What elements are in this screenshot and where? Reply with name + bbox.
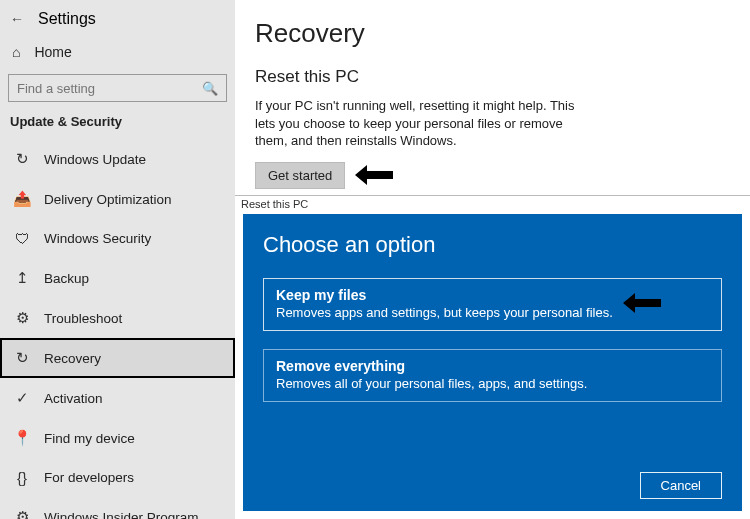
sidebar-nav: ↻ Windows Update 📤 Delivery Optimization… [0,139,235,519]
cancel-button[interactable]: Cancel [640,472,722,499]
main-pane: Recovery Reset this PC If your PC isn't … [235,0,750,519]
backup-icon: ↥ [14,269,30,287]
nav-label: Backup [44,271,89,286]
home-icon: ⌂ [12,44,20,60]
dialog-actions: Cancel [640,472,722,499]
nav-delivery-optimization[interactable]: 📤 Delivery Optimization [0,179,235,219]
home-label: Home [34,44,71,60]
troubleshoot-icon: ⚙ [14,309,30,327]
settings-sidebar: ← Settings ⌂ Home 🔍 Update & Security ↻ … [0,0,235,519]
back-icon[interactable]: ← [10,11,24,27]
delivery-icon: 📤 [14,190,30,208]
nav-label: Delivery Optimization [44,192,172,207]
insider-icon: ⚙ [14,508,30,519]
category-title: Update & Security [0,114,235,139]
nav-label: Find my device [44,431,135,446]
nav-troubleshoot[interactable]: ⚙ Troubleshoot [0,298,235,338]
settings-label: Settings [38,10,96,28]
nav-label: Recovery [44,351,101,366]
sidebar-home[interactable]: ⌂ Home [0,38,235,70]
search-icon: 🔍 [202,81,218,96]
nav-windows-insider[interactable]: ⚙ Windows Insider Program [0,497,235,519]
developer-icon: {} [14,469,30,486]
option-keep-my-files[interactable]: Keep my files Removes apps and settings,… [263,278,722,331]
shield-icon: 🛡 [14,230,30,247]
nav-label: Windows Security [44,231,151,246]
nav-label: Windows Update [44,152,146,167]
nav-label: For developers [44,470,134,485]
recovery-icon: ↻ [14,349,30,367]
nav-recovery[interactable]: ↻ Recovery [0,338,235,378]
option-title: Remove everything [276,358,709,374]
annotation-arrow-icon [355,165,393,185]
nav-find-my-device[interactable]: 📍 Find my device [0,418,235,458]
reset-pc-heading: Reset this PC [255,67,750,87]
option-desc: Removes all of your personal files, apps… [276,376,709,391]
search-box[interactable]: 🔍 [8,74,227,102]
option-remove-everything[interactable]: Remove everything Removes all of your pe… [263,349,722,402]
location-icon: 📍 [14,429,30,447]
activation-icon: ✓ [14,389,30,407]
dialog-heading: Choose an option [263,232,722,258]
search-input[interactable] [17,81,202,96]
nav-windows-security[interactable]: 🛡 Windows Security [0,219,235,258]
reset-pc-dialog: Reset this PC Choose an option Keep my f… [235,195,750,519]
dialog-titlebar: Reset this PC [235,196,750,212]
nav-for-developers[interactable]: {} For developers [0,458,235,497]
nav-activation[interactable]: ✓ Activation [0,378,235,418]
sync-icon: ↻ [14,150,30,168]
nav-backup[interactable]: ↥ Backup [0,258,235,298]
nav-label: Windows Insider Program [44,510,199,520]
nav-windows-update[interactable]: ↻ Windows Update [0,139,235,179]
annotation-arrow-icon [623,293,661,317]
nav-label: Troubleshoot [44,311,122,326]
reset-pc-description: If your PC isn't running well, resetting… [255,97,595,150]
get-started-button[interactable]: Get started [255,162,345,189]
nav-label: Activation [44,391,103,406]
get-started-row: Get started [255,162,750,189]
page-title: Recovery [255,18,750,49]
sidebar-header: ← Settings [0,6,235,38]
dialog-body: Choose an option Keep my files Removes a… [243,214,742,511]
